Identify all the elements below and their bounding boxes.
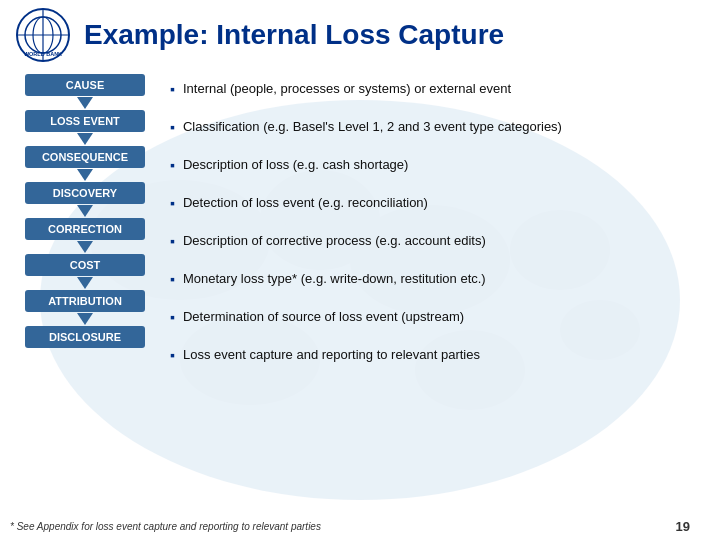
box-discovery: DISCOVERY bbox=[25, 182, 145, 204]
arrow-consequence-discovery bbox=[77, 169, 93, 181]
arrow-attribution-disclosure bbox=[77, 313, 93, 325]
bullet-sym-0: ▪ bbox=[170, 81, 175, 97]
bullet-text-2: Description of loss (e.g. cash shortage) bbox=[183, 156, 408, 174]
arrow-correction-cost bbox=[77, 241, 93, 253]
arrow-cause-lossevent bbox=[77, 97, 93, 109]
bullet-sym-7: ▪ bbox=[170, 347, 175, 363]
box-consequence: CONSEQUENCE bbox=[25, 146, 145, 168]
chain-item-cause: CAUSE bbox=[10, 74, 160, 96]
arrow-cost-attribution bbox=[77, 277, 93, 289]
box-lossevent: LOSS EVENT bbox=[25, 110, 145, 132]
page-title: Example: Internal Loss Capture bbox=[84, 19, 504, 51]
footer: * See Appendix for loss event capture an… bbox=[10, 519, 690, 534]
bullet-text-7: Loss event capture and reporting to rele… bbox=[183, 346, 480, 364]
bullet-row-2: ▪ Description of loss (e.g. cash shortag… bbox=[170, 150, 710, 188]
arrow-lossevent-consequence bbox=[77, 133, 93, 145]
box-disclosure: DISCLOSURE bbox=[25, 326, 145, 348]
bullet-text-0: Internal (people, processes or systems) … bbox=[183, 80, 511, 98]
chain-item-disclosure: DISCLOSURE bbox=[10, 326, 160, 348]
bullet-sym-2: ▪ bbox=[170, 157, 175, 173]
page-number: 19 bbox=[676, 519, 690, 534]
main-content: CAUSE LOSS EVENT CONSEQUENCE DISCOVERY C… bbox=[0, 74, 720, 378]
chain-item-correction: CORRECTION bbox=[10, 218, 160, 240]
box-attribution: ATTRIBUTION bbox=[25, 290, 145, 312]
bullet-sym-6: ▪ bbox=[170, 309, 175, 325]
bullet-row-3: ▪ Detection of loss event (e.g. reconcil… bbox=[170, 188, 710, 226]
box-cost: COST bbox=[25, 254, 145, 276]
header: WORLD BANK Example: Internal Loss Captur… bbox=[0, 0, 720, 70]
bullet-sym-3: ▪ bbox=[170, 195, 175, 211]
bullet-row-6: ▪ Determination of source of loss event … bbox=[170, 302, 710, 340]
bullet-row-7: ▪ Loss event capture and reporting to re… bbox=[170, 340, 710, 378]
worldbank-logo: WORLD BANK bbox=[16, 8, 70, 62]
chain-item-consequence: CONSEQUENCE bbox=[10, 146, 160, 168]
chain-item-lossevent: LOSS EVENT bbox=[10, 110, 160, 132]
arrow-discovery-correction bbox=[77, 205, 93, 217]
footer-note: * See Appendix for loss event capture an… bbox=[10, 521, 321, 532]
bullet-text-3: Detection of loss event (e.g. reconcilia… bbox=[183, 194, 428, 212]
bullet-row-5: ▪ Monetary loss type* (e.g. write-down, … bbox=[170, 264, 710, 302]
box-cause: CAUSE bbox=[25, 74, 145, 96]
bullet-row-1: ▪ Classification (e.g. Basel's Level 1, … bbox=[170, 112, 710, 150]
chain-item-cost: COST bbox=[10, 254, 160, 276]
chain-item-discovery: DISCOVERY bbox=[10, 182, 160, 204]
bullet-text-1: Classification (e.g. Basel's Level 1, 2 … bbox=[183, 118, 562, 136]
bullet-sym-1: ▪ bbox=[170, 119, 175, 135]
svg-text:WORLD BANK: WORLD BANK bbox=[24, 51, 62, 57]
box-correction: CORRECTION bbox=[25, 218, 145, 240]
bullets-column: ▪ Internal (people, processes or systems… bbox=[160, 74, 710, 378]
bullet-text-6: Determination of source of loss event (u… bbox=[183, 308, 464, 326]
bullet-sym-5: ▪ bbox=[170, 271, 175, 287]
bullet-text-4: Description of corrective process (e.g. … bbox=[183, 232, 486, 250]
bullet-row-4: ▪ Description of corrective process (e.g… bbox=[170, 226, 710, 264]
bullet-text-5: Monetary loss type* (e.g. write-down, re… bbox=[183, 270, 486, 288]
chain-column: CAUSE LOSS EVENT CONSEQUENCE DISCOVERY C… bbox=[10, 74, 160, 378]
bullet-sym-4: ▪ bbox=[170, 233, 175, 249]
chain-item-attribution: ATTRIBUTION bbox=[10, 290, 160, 312]
bullet-row-0: ▪ Internal (people, processes or systems… bbox=[170, 74, 710, 112]
